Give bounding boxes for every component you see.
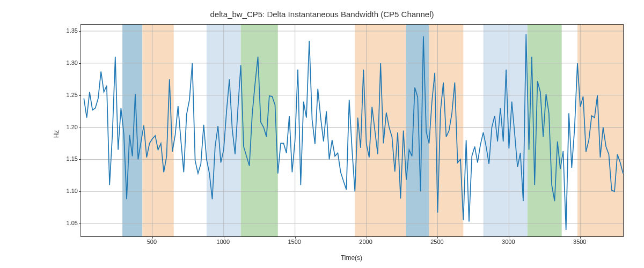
x-tick-label: 1500 — [288, 239, 301, 245]
background-band — [577, 25, 623, 236]
plot-svg — [81, 25, 623, 236]
background-band — [241, 25, 278, 236]
x-tick-label: 2500 — [430, 239, 443, 245]
y-tick-label: 1.15 — [67, 155, 78, 162]
background-band — [122, 25, 142, 236]
x-tick-label: 3500 — [573, 239, 586, 245]
chart-container: delta_bw_CP5: Delta Instantaneous Bandwi… — [0, 0, 644, 268]
x-tick-label: 1000 — [217, 239, 230, 245]
background-band — [528, 25, 562, 236]
x-tick-label: 500 — [147, 239, 157, 245]
y-tick-label: 1.05 — [67, 220, 78, 226]
x-axis-label: Time(s) — [80, 254, 623, 262]
y-axis-label: Hz — [53, 130, 60, 138]
background-band — [355, 25, 406, 236]
plot-area — [80, 24, 624, 237]
chart-title: delta_bw_CP5: Delta Instantaneous Bandwi… — [0, 10, 644, 19]
x-tick-label: 3000 — [502, 239, 515, 245]
background-band — [406, 25, 429, 236]
y-tick-label: 1.10 — [67, 188, 78, 194]
y-tick-label: 1.20 — [67, 124, 78, 130]
background-band — [484, 25, 528, 236]
x-tick-label: 2000 — [359, 239, 372, 245]
y-tick-label: 1.35 — [67, 27, 78, 34]
background-band — [142, 25, 173, 236]
y-tick-label: 1.25 — [67, 92, 78, 98]
y-tick-label: 1.30 — [67, 59, 78, 66]
